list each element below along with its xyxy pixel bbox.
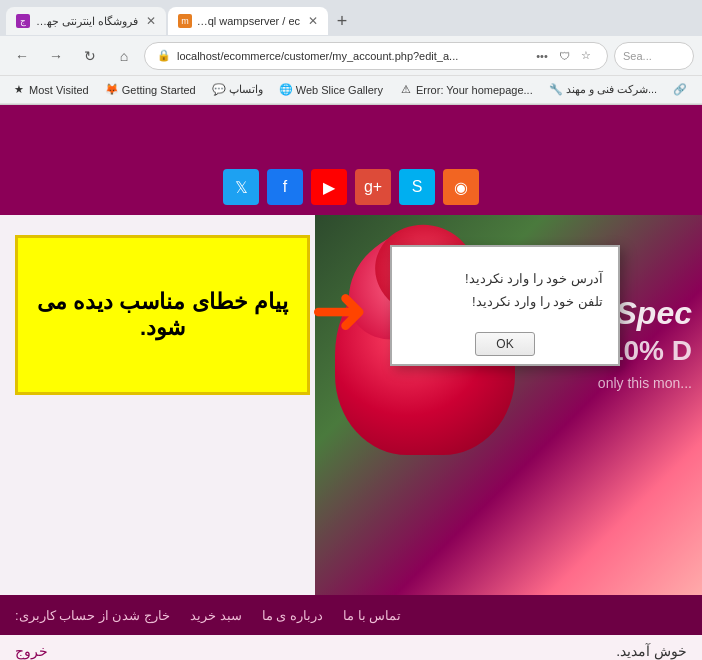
search-placeholder: Sea...	[623, 50, 652, 62]
main-area: پیام خطای مناسب دیده می شود. ➜ Spec 10% …	[0, 215, 702, 595]
logout-button[interactable]: خروج	[15, 643, 48, 659]
tab2-title: localhost / mysql wampserver / ec...	[196, 15, 300, 27]
address-bar[interactable]: 🔒 localhost/ecommerce/customer/my_accoun…	[144, 42, 608, 70]
error-icon: ⚠	[399, 83, 413, 97]
shield-icon[interactable]: 🛡	[555, 47, 573, 65]
home-button[interactable]: ⌂	[110, 42, 138, 70]
getting-started-label: Getting Started	[122, 84, 196, 96]
tab1-title: فروشگاه اینترنتی جهانگیر پچکم	[34, 15, 138, 28]
company-icon: 🔧	[549, 83, 563, 97]
dialog-message: آدرس خود را وارد نکردید! تلفن خود را وار…	[407, 267, 603, 314]
address-text: localhost/ecommerce/customer/my_account.…	[177, 50, 527, 62]
dialog-box: آدرس خود را وارد نکردید! تلفن خود را وار…	[390, 245, 620, 366]
bookmark-error[interactable]: ⚠ Error: Your homepage...	[395, 81, 537, 99]
lower-section: خوش آمدید. خروج	[0, 635, 702, 660]
bookmark-getting-started[interactable]: 🦊 Getting Started	[101, 81, 200, 99]
browser-chrome: ج فروشگاه اینترنتی جهانگیر پچکم ✕ m loca…	[0, 0, 702, 105]
social-icons-bar: 𝕏 f ▶ g+ S ◉	[223, 169, 479, 205]
star-icon[interactable]: ☆	[577, 47, 595, 65]
bookmark-whatsapp[interactable]: 💬 واتساپ	[208, 81, 267, 99]
web-slice-icon: 🌐	[279, 83, 293, 97]
tab1-favicon: ج	[16, 14, 30, 28]
dialog-line1: آدرس خود را وارد نکردید!	[465, 271, 603, 286]
dialog-line2: تلفن خود را وارد نکردید!	[472, 294, 603, 309]
tab-bar: ج فروشگاه اینترنتی جهانگیر پچکم ✕ m loca…	[0, 0, 702, 36]
tab1-close[interactable]: ✕	[146, 14, 156, 28]
skype-icon[interactable]: S	[399, 169, 435, 205]
tab2-favicon: m	[178, 14, 192, 28]
footer-cart[interactable]: سبد خرید	[190, 608, 242, 623]
footer-about[interactable]: درباره ی ما	[262, 608, 323, 623]
web-slice-label: Web Slice Gallery	[296, 84, 383, 96]
googleplus-icon[interactable]: g+	[355, 169, 391, 205]
dialog-body: آدرس خود را وارد نکردید! تلفن خود را وار…	[392, 247, 618, 324]
getting-started-icon: 🦊	[105, 83, 119, 97]
whatsapp-label: واتساپ	[229, 83, 263, 96]
new-tab-button[interactable]: +	[330, 9, 354, 33]
rss-icon[interactable]: ◉	[443, 169, 479, 205]
footer-contact[interactable]: تماس با ما	[343, 608, 401, 623]
facebook-icon[interactable]: f	[267, 169, 303, 205]
reload-button[interactable]: ↻	[76, 42, 104, 70]
dialog-overlay: آدرس خود را وارد نکردید! تلفن خود را وار…	[0, 215, 702, 595]
bookmark-web-slice[interactable]: 🌐 Web Slice Gallery	[275, 81, 387, 99]
youtube-icon[interactable]: ▶	[311, 169, 347, 205]
whatsapp-icon: 💬	[212, 83, 226, 97]
bookmark-most-visited[interactable]: ★ Most Visited	[8, 81, 93, 99]
site-header: 𝕏 f ▶ g+ S ◉	[0, 105, 702, 215]
dialog-footer: OK	[392, 324, 618, 364]
tab-1[interactable]: ج فروشگاه اینترنتی جهانگیر پچکم ✕	[6, 7, 166, 35]
error-label: Error: Your homepage...	[416, 84, 533, 96]
tab-2[interactable]: m localhost / mysql wampserver / ec... ✕	[168, 7, 328, 35]
nav-bar: ← → ↻ ⌂ 🔒 localhost/ecommerce/customer/m…	[0, 36, 702, 76]
most-visited-icon: ★	[12, 83, 26, 97]
welcome-text: خوش آمدید.	[616, 643, 687, 659]
bookmark-company[interactable]: 🔧 شرکت فنی و مهند...	[545, 81, 661, 99]
dialog-ok-button[interactable]: OK	[475, 332, 535, 356]
back-button[interactable]: ←	[8, 42, 36, 70]
search-box[interactable]: Sea...	[614, 42, 694, 70]
most-visited-label: Most Visited	[29, 84, 89, 96]
twitter-icon[interactable]: 𝕏	[223, 169, 259, 205]
extra-icon: 🔗	[673, 83, 687, 97]
bookmarks-bar: ★ Most Visited 🦊 Getting Started 💬 واتسا…	[0, 76, 702, 104]
more-button[interactable]: •••	[533, 47, 551, 65]
page-content: 𝕏 f ▶ g+ S ◉ پیام خطای مناسب دیده می شود…	[0, 105, 702, 660]
company-label: شرکت فنی و مهند...	[566, 83, 657, 96]
footer-nav: تماس با ما درباره ی ما سبد خرید خارج شدن…	[0, 595, 702, 635]
footer-logout-area[interactable]: خارج شدن از حساب کاربری:	[15, 608, 170, 623]
forward-button[interactable]: →	[42, 42, 70, 70]
bookmark-extra[interactable]: 🔗	[669, 81, 691, 99]
tab2-close[interactable]: ✕	[308, 14, 318, 28]
